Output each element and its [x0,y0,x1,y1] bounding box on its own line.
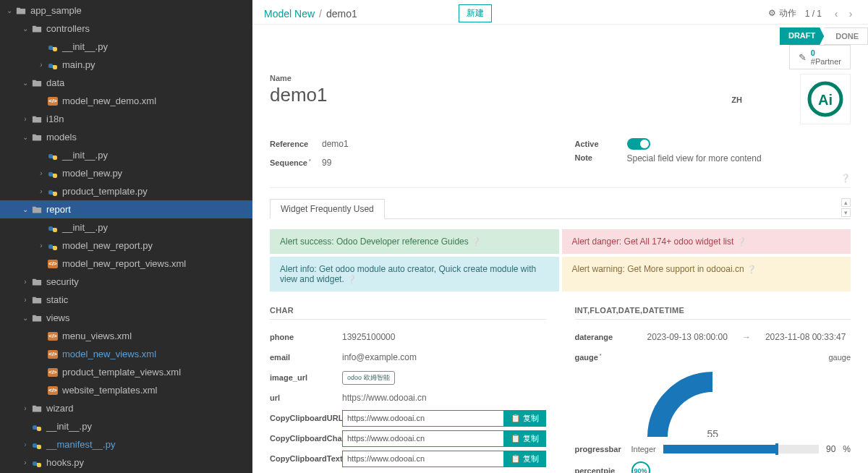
reference-value[interactable]: demo1 [322,139,546,149]
breadcrumb-link[interactable]: Model New [264,8,315,20]
tree-item---manifest---py[interactable]: ›__manifest__.py [0,435,252,453]
pager-prev-icon[interactable]: ‹ [830,8,842,20]
tree-item-controllers[interactable]: ⌄controllers [0,20,252,38]
copy-icon: 📋 [511,414,521,423]
note-value[interactable]: Special field view for more contend [627,153,851,163]
copy-icon: 📋 [511,434,521,443]
copy-char-label: CopyClipboardChar [270,434,342,443]
status-draft[interactable]: DRAFT [780,27,824,45]
chevron-icon: › [20,459,30,466]
help-icon: ❔ [736,237,746,246]
xml-file-icon [46,350,59,359]
active-toggle[interactable] [627,138,650,150]
gauge-label-2: gauge [828,353,851,362]
tree-item-label: model_new_demo.xml [62,95,156,106]
stat-partner-button[interactable]: ✎ 0 #Partner [789,45,851,69]
tree-item-views[interactable]: ⌄views [0,309,252,327]
name-label: Name [270,74,731,82]
python-file-icon [46,42,59,52]
tree-item-model-new-report-py[interactable]: ›model_new_report.py [0,236,252,255]
tree-item-wizard[interactable]: ›wizard [0,399,252,417]
tree-item-i18n[interactable]: ›i18n [0,110,252,128]
image-url-label: image_url [270,373,342,382]
folder-icon [30,205,43,215]
tab-widget-frequently-used[interactable]: Widget Frequently Used [270,199,385,219]
tree-item---init---py[interactable]: __init__.py [0,146,252,164]
tree-item-product-template-views-xml[interactable]: product_template_views.xml [0,363,252,381]
python-file-icon [46,150,59,161]
alert-info[interactable]: Alert info: Get odoo module auto creator… [270,257,559,291]
pager-text: 1 / 1 [805,9,822,19]
copy-url-input[interactable] [342,410,503,427]
tree-item-model-new-report-views-xml[interactable]: model_new_report_views.xml [0,255,252,273]
logo-placeholder[interactable]: Ai [800,74,851,124]
daterange-to[interactable]: 2023-11-08 00:33:47 [765,332,846,342]
copy-text-button[interactable]: 📋复制 [503,451,546,467]
gauge-label: gauge [575,353,647,362]
tree-item-product-template-py[interactable]: ›product_template.py [0,182,252,200]
tree-item-main-py[interactable]: ›main.py [0,56,252,74]
tree-item-app-sample[interactable]: ⌄app_sample [0,1,252,20]
tree-item-report[interactable]: ⌄report [0,200,252,218]
copy-url-button[interactable]: 📋复制 [503,410,546,427]
breadcrumb-current: demo1 [326,8,357,20]
gauge-widget: 55 [575,372,851,437]
alert-danger[interactable]: Alert danger: Get All 174+ odoo widget l… [562,229,851,254]
alert-warning[interactable]: Alert warning: Get More support in odooa… [562,257,851,291]
help-icon: ❔ [471,237,481,246]
copy-icon: 📋 [511,454,521,464]
pager-next-icon[interactable]: › [845,8,856,20]
tree-item---init---py[interactable]: __init__.py [0,38,252,56]
python-file-icon [46,187,59,197]
tree-item-label: website_templates.xml [62,385,158,396]
copy-char-input[interactable] [342,430,503,447]
tree-item-model-new-views-xml[interactable]: model_new_views.xml [0,345,252,363]
url-value[interactable]: https://www.odooai.cn [342,393,546,403]
tree-item-menu-views-xml[interactable]: menu_views.xml [0,327,252,345]
chevron-icon: ⌄ [20,314,30,322]
section-char-title: CHAR [270,306,546,320]
stat-label: #Partner [811,57,841,66]
tree-item---init---py[interactable]: __init__.py [0,218,252,236]
tree-item-security[interactable]: ›security [0,273,252,291]
tree-item---init---py[interactable]: __init__.py [0,417,252,435]
tree-item-label: hooks.py [46,457,84,468]
help-icon[interactable]: ❔ [841,174,851,182]
tree-item-label: __init__.py [62,41,108,52]
tree-item-model-new-demo-xml[interactable]: model_new_demo.xml [0,92,252,110]
reference-label: Reference [270,140,322,148]
tree-item-label: __init__.py [62,222,108,233]
copy-text-input[interactable] [342,451,503,467]
alert-success[interactable]: Alert success: Odoo Developer reference … [270,229,559,254]
daterange-from[interactable]: 2023-09-13 08:00:00 [647,332,728,342]
tree-item-model-new-py[interactable]: ›model_new.py [0,164,252,182]
email-value[interactable]: info@example.com [342,352,546,362]
tree-item-models[interactable]: ⌄models [0,128,252,146]
tab-scroll-down-icon[interactable]: ▾ [841,208,851,217]
percentpie-label: percentpie [575,466,624,473]
tree-item-static[interactable]: ›static [0,291,252,309]
progressbar-type: Integer [631,445,656,453]
name-value[interactable]: demo1 [270,84,731,106]
new-button[interactable]: 新建 [459,4,492,22]
status-done[interactable]: DONE [824,27,868,45]
chevron-icon: ⌄ [20,25,30,33]
progressbar-suffix: % [843,444,851,454]
copy-url-label: CopyClipboardURL [270,414,342,422]
sequence-value[interactable]: 99 [322,158,546,168]
action-menu[interactable]: ⚙ 动作 [768,7,796,20]
xml-file-icon [46,368,59,377]
progressbar-track[interactable] [663,445,819,453]
language-badge[interactable]: ZH [731,74,742,104]
copy-char-button[interactable]: 📋复制 [503,430,546,447]
odoo-badge[interactable]: odoo 欧姆智能 [342,371,395,385]
tree-item-hooks-py[interactable]: ›hooks.py [0,453,252,472]
tree-item-website-templates-xml[interactable]: website_templates.xml [0,381,252,399]
breadcrumb: Model New / demo1 [264,8,357,20]
tree-item-label: model_new_views.xml [62,349,156,359]
chevron-icon: › [20,404,30,412]
status-bar: DRAFT DONE [252,25,868,45]
phone-value[interactable]: 13925100000 [342,332,546,342]
tree-item-data[interactable]: ⌄data [0,74,252,92]
tab-scroll-up-icon[interactable]: ▴ [841,198,851,207]
